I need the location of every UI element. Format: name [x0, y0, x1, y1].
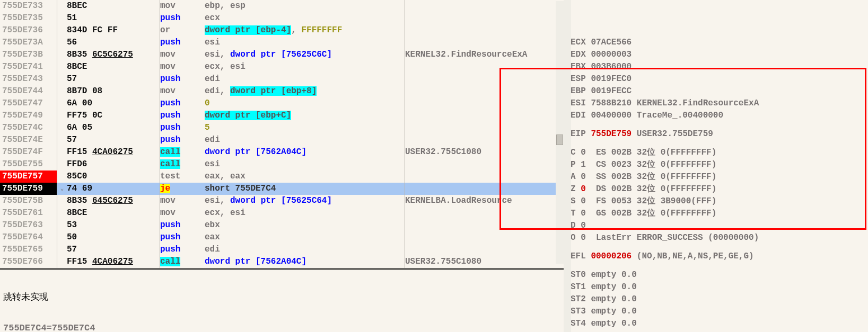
flag-line[interactable]: O 0 LastErr ERROR_SUCCESS (00000000) — [571, 232, 868, 244]
mnemonic-cell: call — [160, 158, 205, 171]
address-cell[interactable]: 755DE764 — [0, 231, 57, 244]
comment-cell — [405, 61, 564, 73]
disasm-row[interactable]: 755DE73551pushecx — [0, 12, 564, 24]
mnemonic-cell: push — [160, 122, 205, 134]
comment-cell: USER32.755C1080 — [405, 146, 564, 158]
flag-line[interactable]: A 0 SS 002B 32位 0(FFFFFFFF) — [571, 171, 868, 183]
disasm-row[interactable]: 755DE74FFF15 4CA06275calldword ptr [7562… — [0, 146, 564, 158]
flag-line[interactable]: C 0 ES 002B 32位 0(FFFFFFFF) — [571, 147, 868, 159]
address-cell[interactable]: 755DE766 — [0, 256, 57, 268]
operands-cell: esi — [205, 158, 405, 171]
flag-line[interactable]: S 0 FS 0053 32位 3B9000(FFF) — [571, 195, 868, 208]
fpu-register[interactable]: ST3 empty 0.0 — [571, 306, 868, 318]
disasm-row[interactable]: 755DE766FF15 4CA06275calldword ptr [7562… — [0, 256, 564, 268]
registers-scrollbar[interactable] — [564, 0, 571, 332]
flag-line[interactable]: Z 0 DS 002B 32位 0(FFFFFFFF) — [571, 183, 868, 195]
jump-arrow-icon — [57, 207, 67, 219]
disasm-row[interactable]: 755DE74C6A 05push5 — [0, 122, 564, 134]
jump-arrow-icon — [57, 37, 67, 49]
fpu-register[interactable]: ST4 empty 0.0 — [571, 318, 868, 330]
address-cell[interactable]: 755DE759 — [0, 183, 57, 195]
comment-cell — [405, 134, 564, 146]
jump-arrow-icon — [57, 256, 67, 268]
disasm-row[interactable]: 755DE75B8B35 645C6275movesi, dword ptr [… — [0, 195, 564, 207]
disasm-rows[interactable]: 755DE7338BECmovebp, esp755DE73551pushecx… — [0, 0, 564, 268]
register-line[interactable]: ESP 0019FEC0 — [571, 73, 868, 85]
disasm-row[interactable]: 755DE74E57pushedi — [0, 134, 564, 146]
fpu-register[interactable]: ST2 empty 0.0 — [571, 293, 868, 306]
jump-arrow-icon — [57, 134, 67, 146]
fpu-register[interactable]: ST1 empty 0.0 — [571, 281, 868, 293]
disasm-row[interactable]: 755DE73B8B35 6C5C6275movesi, dword ptr [… — [0, 49, 564, 61]
mnemonic-cell: push — [160, 219, 205, 231]
address-cell[interactable]: 755DE744 — [0, 85, 57, 97]
address-cell[interactable]: 755DE74F — [0, 146, 57, 158]
disasm-row[interactable]: 755DE75785C0testeax, eax — [0, 171, 564, 183]
address-cell[interactable]: 755DE755 — [0, 158, 57, 171]
disassembly-pane[interactable]: 755DE7338BECmovebp, esp755DE73551pushecx… — [0, 0, 565, 332]
flag-line[interactable]: P 1 CS 0023 32位 0(FFFFFFFF) — [571, 159, 868, 171]
address-cell[interactable]: 755DE749 — [0, 110, 57, 122]
disasm-row[interactable]: 755DE76353pushebx — [0, 219, 564, 231]
address-cell[interactable]: 755DE735 — [0, 12, 57, 24]
address-cell[interactable]: 755DE73B — [0, 49, 57, 61]
disasm-row[interactable]: 755DE76450pusheax — [0, 231, 564, 244]
address-cell[interactable]: 755DE741 — [0, 61, 57, 73]
operands-cell: edi — [205, 73, 405, 85]
fpu-register[interactable]: ST0 empty 0.0 — [571, 269, 868, 281]
efl-register[interactable]: EFL 00000206 (NO,NB,NE,A,NS,PE,GE,G) — [571, 250, 868, 263]
register-line[interactable]: EBX 003B6000 — [571, 61, 868, 73]
operands-cell: edi, dword ptr [ebp+8] — [205, 85, 405, 97]
mnemonic-cell: test — [160, 171, 205, 183]
comment-cell — [405, 122, 564, 134]
operands-cell: edi — [205, 244, 405, 256]
disasm-row[interactable]: 755DE759⌄74 69jeshort 755DE7C4 — [0, 183, 564, 195]
flag-line[interactable]: T 0 GS 002B 32位 0(FFFFFFFF) — [571, 208, 868, 220]
comment-cell — [405, 97, 564, 110]
disasm-row[interactable]: 755DE736834D FC FFordword ptr [ebp-4], F… — [0, 24, 564, 37]
register-line[interactable]: EDX 00000003 — [571, 49, 868, 61]
jump-arrow-icon — [57, 171, 67, 183]
bytes-cell: 8BCE — [67, 207, 160, 219]
comment-cell — [405, 171, 564, 183]
address-cell[interactable]: 755DE736 — [0, 24, 57, 37]
registers-pane[interactable]: ECX 07ACE566EDX 00000003EBX 003B6000ESP … — [565, 0, 868, 332]
register-line[interactable]: ESI 7588B210 KERNEL32.FindResourceExA — [571, 97, 868, 110]
address-cell[interactable]: 755DE743 — [0, 73, 57, 85]
address-cell[interactable]: 755DE73A — [0, 37, 57, 49]
address-cell[interactable]: 755DE747 — [0, 97, 57, 110]
address-cell[interactable]: 755DE733 — [0, 0, 57, 12]
register-line[interactable]: EBP 0019FECC — [571, 85, 868, 97]
disasm-row[interactable]: 755DE7476A 00push0 — [0, 97, 564, 110]
bytes-cell: 74 69 — [67, 183, 160, 195]
scrollbar-thumb[interactable] — [556, 134, 563, 145]
mnemonic-cell: je — [160, 183, 205, 195]
address-cell[interactable]: 755DE765 — [0, 244, 57, 256]
address-cell[interactable]: 755DE757 — [0, 171, 57, 183]
disasm-row[interactable]: 755DE76557pushedi — [0, 244, 564, 256]
disasm-row[interactable]: 755DE7338BECmovebp, esp — [0, 0, 564, 12]
address-cell[interactable]: 755DE74E — [0, 134, 57, 146]
eip-register[interactable]: EIP 755DE759 USER32.755DE759 — [571, 128, 868, 140]
address-cell[interactable]: 755DE761 — [0, 207, 57, 219]
mnemonic-cell: push — [160, 97, 205, 110]
status-pane: 跳转未实现 755DE7C4=755DE7C4 — [0, 268, 564, 332]
bytes-cell: 50 — [67, 231, 160, 244]
disasm-row[interactable]: 755DE7448B7D 08movedi, dword ptr [ebp+8] — [0, 85, 564, 97]
disasm-row[interactable]: 755DE7418BCEmovecx, esi — [0, 61, 564, 73]
address-cell[interactable]: 755DE75B — [0, 195, 57, 207]
disasm-row[interactable]: 755DE755FFD6callesi — [0, 158, 564, 171]
disasm-row[interactable]: 755DE7618BCEmovecx, esi — [0, 207, 564, 219]
disasm-scrollbar[interactable] — [556, 1, 564, 264]
fpu-register[interactable]: ST5 empty 0.0 — [571, 330, 868, 332]
disasm-row[interactable]: 755DE74357pushedi — [0, 73, 564, 85]
register-line[interactable]: ECX 07ACE566 — [571, 37, 868, 49]
comment-cell: USER32.755C1080 — [405, 256, 564, 268]
operands-cell: dword ptr [7562A04C] — [205, 256, 405, 268]
address-cell[interactable]: 755DE74C — [0, 122, 57, 134]
disasm-row[interactable]: 755DE73A56pushesi — [0, 37, 564, 49]
disasm-row[interactable]: 755DE749FF75 0Cpushdword ptr [ebp+C] — [0, 110, 564, 122]
register-line[interactable]: EDI 00400000 TraceMe_.00400000 — [571, 110, 868, 122]
address-cell[interactable]: 755DE763 — [0, 219, 57, 231]
flag-line[interactable]: D 0 — [571, 220, 868, 232]
